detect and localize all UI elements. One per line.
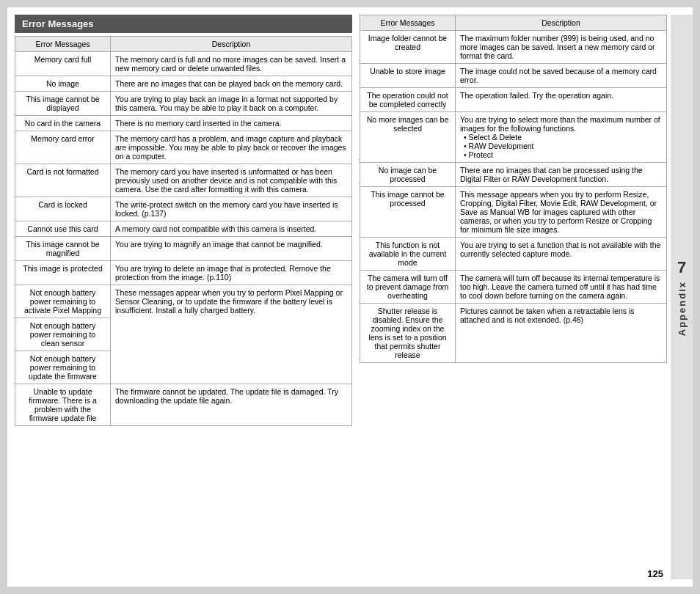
error-cell: This image is protected — [15, 261, 111, 285]
list-item: Select & Delete — [464, 133, 662, 142]
desc-cell: This message appears when you try to per… — [456, 187, 667, 238]
desc-cell: The image could not be saved because of … — [456, 64, 667, 88]
error-cell: Not enough battery power remaining to ac… — [15, 285, 111, 318]
bullet-list: Select & Delete RAW Development Protect — [460, 133, 662, 159]
desc-cell: You are trying to delete an image that i… — [111, 261, 352, 285]
sidebar-number: 7 — [677, 258, 686, 277]
error-cell: This image cannot be processed — [360, 187, 456, 238]
error-cell: This image cannot be magnified — [15, 237, 111, 261]
table-row: Card is locked The write-protect switch … — [15, 197, 352, 221]
table-row: Memory card error The memory card has a … — [15, 131, 352, 164]
desc-cell: You are trying to select more than the m… — [456, 112, 667, 163]
right-col2-header: Description — [456, 15, 667, 31]
left-table: Error Messages Description Memory card f… — [15, 36, 352, 426]
left-col2-header: Description — [111, 37, 352, 52]
two-col-layout: Error Messages Error Messages Descriptio… — [15, 15, 667, 579]
page: Error Messages Error Messages Descriptio… — [7, 7, 693, 587]
error-cell: Cannot use this card — [15, 221, 111, 237]
error-cell: No image — [15, 76, 111, 92]
right-col1-header: Error Messages — [360, 15, 456, 31]
error-cell: Image folder cannot be created — [360, 31, 456, 64]
error-cell: Memory card error — [15, 131, 111, 164]
error-cell: Not enough battery power remaining to cl… — [15, 318, 111, 351]
desc-cell: You are trying to set a function that is… — [456, 238, 667, 271]
error-cell: The camera will turn off to prevent dama… — [360, 271, 456, 304]
error-cell: This image cannot be displayed — [15, 92, 111, 116]
table-row: No card in the camera There is no memory… — [15, 116, 352, 131]
error-cell: Shutter release is disabled. Ensure the … — [360, 304, 456, 363]
desc-cell: There are no images that can be played b… — [111, 76, 352, 92]
right-section: Error Messages Description Image folder … — [360, 15, 667, 579]
page-number: 125 — [647, 568, 663, 579]
error-cell: Memory card full — [15, 52, 111, 76]
table-row: Card is not formatted The memory card yo… — [15, 164, 352, 197]
list-item: RAW Development — [464, 142, 662, 150]
table-row: This image is protected You are trying t… — [15, 261, 352, 285]
table-row: Cannot use this card A memory card not c… — [15, 221, 352, 237]
sidebar: 7 Appendix — [671, 15, 693, 579]
table-row: This image cannot be displayed You are t… — [15, 92, 352, 116]
left-col1-header: Error Messages — [15, 37, 111, 52]
error-cell: No card in the camera — [15, 116, 111, 131]
error-cell: No image can be processed — [360, 163, 456, 187]
right-table: Error Messages Description Image folder … — [360, 15, 667, 363]
desc-cell: These messages appear when you try to pe… — [111, 285, 352, 384]
table-row: Image folder cannot be created The maxim… — [360, 31, 667, 64]
main-content: Error Messages Error Messages Descriptio… — [15, 15, 667, 579]
left-section: Error Messages Error Messages Descriptio… — [15, 15, 352, 579]
desc-cell: You are trying to magnify an image that … — [111, 237, 352, 261]
error-cell: Unable to update firmware. There is a pr… — [15, 384, 111, 426]
desc-cell: There is no memory card inserted in the … — [111, 116, 352, 131]
error-cell: Not enough battery power remaining to up… — [15, 351, 111, 384]
table-row: Memory card full The memory card is full… — [15, 52, 352, 76]
desc-cell: The write-protect switch on the memory c… — [111, 197, 352, 221]
table-row: No image can be processed There are no i… — [360, 163, 667, 187]
error-cell: Card is not formatted — [15, 164, 111, 197]
table-row: The operation could not be completed cor… — [360, 88, 667, 112]
list-item: Protect — [464, 150, 662, 159]
table-row: This image cannot be processed This mess… — [360, 187, 667, 238]
table-row: No image There are no images that can be… — [15, 76, 352, 92]
desc-cell: The memory card is full and no more imag… — [111, 52, 352, 76]
table-row: Not enough battery power remaining to ac… — [15, 285, 352, 318]
error-cell: This function is not available in the cu… — [360, 238, 456, 271]
desc-cell: You are trying to play back an image in … — [111, 92, 352, 116]
desc-cell: The camera will turn off because its int… — [456, 271, 667, 304]
desc-cell: Pictures cannot be taken when a retracta… — [456, 304, 667, 363]
desc-cell: The memory card has a problem, and image… — [111, 131, 352, 164]
table-row: Unable to update firmware. There is a pr… — [15, 384, 352, 426]
section-header: Error Messages — [15, 15, 352, 33]
desc-cell: There are no images that can be processe… — [456, 163, 667, 187]
error-cell: No more images can be selected — [360, 112, 456, 163]
desc-cell: A memory card not compatible with this c… — [111, 221, 352, 237]
error-cell: Card is locked — [15, 197, 111, 221]
desc-cell: The maximum folder number (999) is being… — [456, 31, 667, 64]
sidebar-label: Appendix — [677, 281, 688, 336]
table-row: No more images can be selected You are t… — [360, 112, 667, 163]
table-row: Unable to store image The image could no… — [360, 64, 667, 88]
desc-cell: The firmware cannot be updated. The upda… — [111, 384, 352, 426]
table-row: Shutter release is disabled. Ensure the … — [360, 304, 667, 363]
desc-cell: The memory card you have inserted is unf… — [111, 164, 352, 197]
error-cell: Unable to store image — [360, 64, 456, 88]
desc-cell: The operation failed. Try the operation … — [456, 88, 667, 112]
error-cell: The operation could not be completed cor… — [360, 88, 456, 112]
table-row: This image cannot be magnified You are t… — [15, 237, 352, 261]
table-row: The camera will turn off to prevent dama… — [360, 271, 667, 304]
table-row: This function is not available in the cu… — [360, 238, 667, 271]
